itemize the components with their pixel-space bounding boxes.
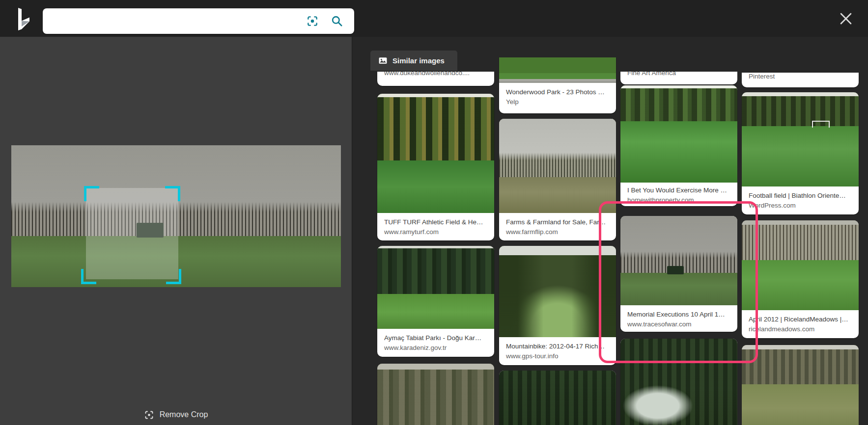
tab-similar-images[interactable]: Similar images <box>370 51 457 71</box>
similar-image-card[interactable]: Farms & Farmland for Sale, Far… www.farm… <box>499 119 616 240</box>
crop-focus-icon <box>144 410 154 420</box>
similar-image-card[interactable]: I Bet You Would Exercise More … homewith… <box>620 85 737 206</box>
similar-image-card[interactable]: Wonderwood Park - 23 Photos … Yelp <box>499 57 616 113</box>
result-source: Pinterest <box>749 73 852 81</box>
result-source: Fine Art America <box>627 72 730 78</box>
image-icon <box>378 56 388 65</box>
goal-posts <box>812 121 830 128</box>
result-source: www.dukeandwollenandco.... <box>384 72 487 78</box>
result-thumbnail <box>499 371 616 425</box>
result-source: www.farmflip.com <box>506 227 609 237</box>
similar-image-card[interactable] <box>742 345 859 425</box>
result-thumbnail <box>742 220 859 310</box>
result-thumbnail <box>742 92 859 186</box>
result-source: www.ramyturf.com <box>384 227 487 237</box>
result-source: homewithproperty.com <box>627 195 730 205</box>
result-source: www.gps-tour.info <box>506 351 609 361</box>
crop-selection[interactable] <box>86 188 178 279</box>
crop-handle-bottom-left[interactable] <box>81 269 96 284</box>
result-thumbnail <box>620 85 737 183</box>
close-icon[interactable] <box>838 10 854 27</box>
crop-handle-bottom-right[interactable] <box>166 269 181 284</box>
similar-image-card[interactable]: TUFF TURF Athletic Field & He… www.ramyt… <box>377 94 494 240</box>
result-thumbnail <box>377 94 494 213</box>
result-source: WordPress.com <box>749 201 852 211</box>
search-input[interactable] <box>52 8 304 35</box>
result-thumbnail <box>620 216 737 305</box>
visual-search-page: Remove Crop Similar images www.dukeandwo… <box>0 0 868 425</box>
tab-similar-images-label: Similar images <box>392 56 445 65</box>
result-thumbnail <box>499 246 616 337</box>
image-preview-pane: Remove Crop <box>0 37 352 425</box>
result-title: Aymaç Tabiat Parkı - Doğu Kar… <box>384 333 487 343</box>
similar-image-card[interactable] <box>377 364 494 425</box>
result-source: www.karadeniz.gov.tr <box>384 343 487 353</box>
results-column: www.dukeandwollenandco.... TUFF TURF Ath… <box>377 37 494 425</box>
search-box <box>43 8 354 34</box>
result-source: www.tracesofwar.com <box>627 319 730 329</box>
result-title: Mountainbike: 2012-04-17 Rich… <box>506 342 609 351</box>
result-thumbnail <box>620 339 737 425</box>
result-thumbnail <box>377 246 494 329</box>
similar-image-card[interactable]: Football field | Biathlon Oriente… WordP… <box>742 92 859 214</box>
result-source: Yelp <box>506 97 609 107</box>
similar-image-card[interactable] <box>620 339 737 425</box>
result-title: Wonderwood Park - 23 Photos … <box>506 87 609 97</box>
bing-logo[interactable] <box>16 8 31 30</box>
result-thumbnail <box>742 345 859 425</box>
result-title: I Bet You Would Exercise More … <box>627 186 730 195</box>
remove-crop-label: Remove Crop <box>160 410 208 419</box>
results-column: Fine Art America I Bet You Would Exercis… <box>620 37 737 425</box>
result-source: ricelandmeadows.com <box>749 324 852 334</box>
similar-image-card[interactable]: Pinterest <box>742 73 859 87</box>
result-title: TUFF TURF Athletic Field & He… <box>384 217 487 227</box>
remove-crop-button[interactable]: Remove Crop <box>0 406 352 423</box>
result-thumbnail <box>499 57 616 83</box>
query-image <box>11 145 341 287</box>
topbar <box>0 0 868 37</box>
result-title: Memorial Executions 10 April 1… <box>627 310 730 319</box>
results-column: Wonderwood Park - 23 Photos … Yelp Farms… <box>499 37 616 425</box>
result-structure <box>667 266 684 274</box>
similar-image-card[interactable]: Fine Art America <box>620 72 737 84</box>
results-column: Pinterest Football field | Biathlon Orie… <box>742 37 859 425</box>
similar-image-card[interactable]: Mountainbike: 2012-04-17 Rich… www.gps-t… <box>499 246 616 365</box>
visual-search-icon[interactable] <box>306 15 319 27</box>
result-title: Farms & Farmland for Sale, Far… <box>506 217 609 227</box>
search-icon[interactable] <box>331 15 343 27</box>
result-title: Football field | Biathlon Oriente… <box>749 191 852 201</box>
similar-image-card[interactable]: Aymaç Tabiat Parkı - Doğu Kar… www.karad… <box>377 246 494 357</box>
similar-image-card[interactable] <box>499 371 616 425</box>
crop-handle-top-left[interactable] <box>84 186 99 201</box>
similar-images-panel: Similar images www.dukeandwollenandco...… <box>352 37 868 425</box>
similar-image-card-highlighted[interactable]: Memorial Executions 10 April 1… www.trac… <box>620 216 737 332</box>
result-thumbnail <box>499 119 616 213</box>
similar-image-card[interactable]: April 2012 | RicelandMeadows |… riceland… <box>742 220 859 338</box>
result-title: April 2012 | RicelandMeadows |… <box>749 315 852 324</box>
similar-image-card[interactable]: www.dukeandwollenandco.... <box>377 72 494 86</box>
crop-handle-top-right[interactable] <box>165 186 180 201</box>
result-thumbnail <box>377 364 494 425</box>
